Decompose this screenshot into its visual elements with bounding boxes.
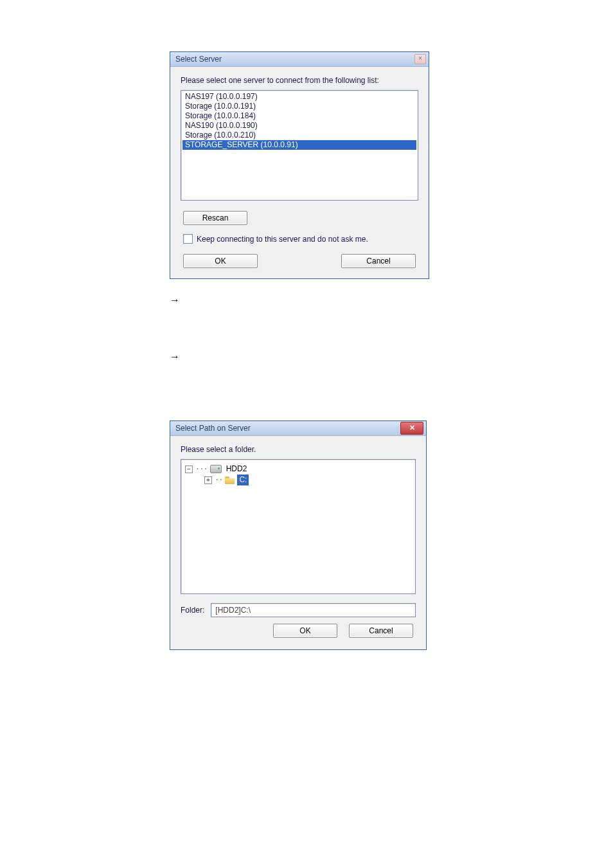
keep-connecting-row[interactable]: Keep connecting to this server and do no… [183, 234, 418, 244]
select-path-dialog: Select Path on Server ✕ Please select a … [170, 420, 427, 650]
dialog-body: Please select a folder. − ··· HDD2 + ·· … [170, 436, 426, 649]
server-list-item[interactable]: Storage (10.0.0.210) [182, 131, 416, 140]
arrow-icon: → [170, 351, 613, 363]
dialog-title: Select Path on Server [175, 424, 400, 433]
cancel-button[interactable]: Cancel [349, 624, 413, 638]
tree-node-root[interactable]: − ··· HDD2 [185, 464, 411, 475]
select-server-dialog: Select Server × Please select one server… [170, 51, 429, 279]
ok-button[interactable]: OK [273, 624, 337, 638]
titlebar: Select Server × [170, 52, 429, 67]
server-listbox[interactable]: NAS197 (10.0.0.197)Storage (10.0.0.191)S… [181, 90, 418, 201]
instruction-text: Please select a folder. [181, 445, 416, 454]
cancel-button[interactable]: Cancel [341, 254, 416, 268]
tree-connector: ·· [215, 475, 222, 485]
server-list-item[interactable]: NAS190 (10.0.0.190) [182, 121, 416, 131]
folder-path-input[interactable] [211, 603, 416, 617]
keep-connecting-label: Keep connecting to this server and do no… [197, 235, 368, 244]
tree-node-label: HDD2 [224, 464, 249, 475]
tree-node-label: C: [237, 475, 249, 485]
tree-connector: ··· [195, 464, 208, 475]
arrow-icon: → [170, 294, 613, 306]
server-list-item[interactable]: NAS197 (10.0.0.197) [182, 92, 416, 102]
drive-icon [210, 465, 222, 473]
keep-connecting-checkbox[interactable] [183, 234, 193, 244]
titlebar: Select Path on Server ✕ [170, 421, 426, 436]
expand-icon[interactable]: + [204, 476, 212, 484]
close-icon[interactable]: ✕ [400, 422, 423, 435]
ok-button[interactable]: OK [183, 254, 258, 268]
server-list-item[interactable]: STORAGE_SERVER (10.0.0.91) [182, 140, 416, 150]
rescan-button[interactable]: Rescan [183, 211, 247, 225]
collapse-icon[interactable]: − [185, 466, 193, 473]
dialog-title: Select Server [175, 55, 414, 64]
folder-icon [225, 476, 235, 484]
instruction-text: Please select one server to connect from… [181, 76, 418, 85]
folder-label: Folder: [181, 606, 204, 615]
server-list-item[interactable]: Storage (10.0.0.184) [182, 111, 416, 121]
close-icon[interactable]: × [414, 54, 426, 64]
folder-treeview[interactable]: − ··· HDD2 + ·· C: [181, 459, 416, 594]
tree-node-child[interactable]: + ·· C: [185, 475, 411, 485]
server-list-item[interactable]: Storage (10.0.0.191) [182, 102, 416, 111]
dialog-body: Please select one server to connect from… [170, 67, 429, 278]
